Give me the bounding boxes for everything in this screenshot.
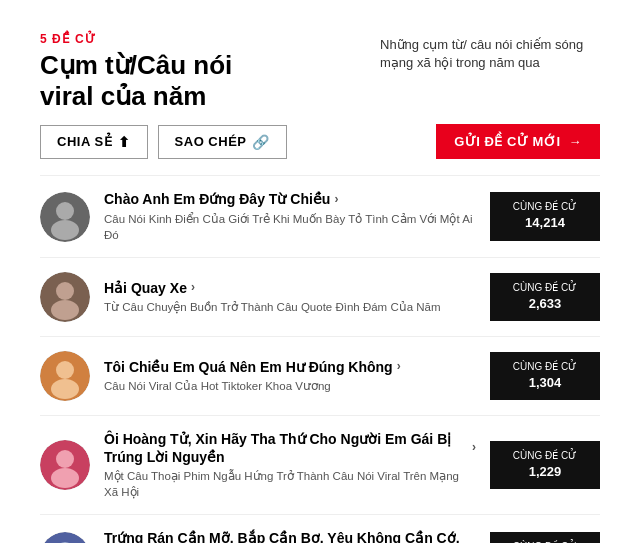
nominee-item[interactable]: Trứng Rán Cần Mỡ, Bắp Cần Bơ, Yêu Không … — [40, 515, 600, 543]
avatar — [40, 440, 90, 490]
nominee-item[interactable]: Ôi Hoàng Tử, Xin Hãy Tha Thứ Cho Người E… — [40, 416, 600, 516]
copy-button[interactable]: SAO CHÉP 🔗 — [158, 125, 287, 159]
avatar — [40, 192, 90, 242]
vote-button[interactable]: CÙNG ĐỀ CỬ 14,214 — [490, 192, 600, 240]
vote-count: 1,304 — [502, 374, 588, 392]
copy-label: SAO CHÉP — [175, 134, 247, 149]
nominee-list: Chào Anh Em Đứng Đây Từ Chiều › Câu Nói … — [20, 176, 620, 543]
nominee-description: Câu Nói Viral Của Hot Tiktoker Khoa Vươn… — [104, 378, 476, 394]
svg-point-1 — [56, 202, 74, 220]
link-icon: 🔗 — [252, 134, 270, 150]
chevron-icon: › — [472, 440, 476, 456]
svg-point-5 — [51, 300, 79, 320]
nominee-content: Hải Quay Xe › Từ Câu Chuyện Buồn Trở Thà… — [104, 279, 476, 315]
page-title: Cụm từ/Câu nói viral của năm — [40, 50, 360, 112]
vote-label: CÙNG ĐỀ CỬ — [502, 360, 588, 374]
nominee-content: Ôi Hoàng Tử, Xin Hãy Tha Thứ Cho Người E… — [104, 430, 476, 501]
nominee-item[interactable]: Chào Anh Em Đứng Đây Từ Chiều › Câu Nói … — [40, 176, 600, 257]
nominee-description: Câu Nói Kinh Điển Của Giới Trẻ Khi Muốn … — [104, 211, 476, 243]
nominee-item[interactable]: Tôi Chiều Em Quá Nên Em Hư Đúng Không › … — [40, 337, 600, 416]
svg-point-2 — [51, 220, 79, 240]
vote-button[interactable]: CÙNG ĐỀ CỬ 1,229 — [490, 441, 600, 489]
svg-point-12 — [40, 532, 90, 543]
avatar — [40, 272, 90, 322]
submit-button[interactable]: GỬI ĐỀ CỬ MỚI → — [436, 124, 600, 159]
svg-point-8 — [51, 379, 79, 399]
svg-point-7 — [56, 361, 74, 379]
submit-label: GỬI ĐỀ CỬ MỚI — [454, 134, 560, 149]
nominee-description: Từ Câu Chuyện Buồn Trở Thành Câu Quote Đ… — [104, 299, 476, 315]
svg-point-4 — [56, 282, 74, 300]
vote-count: 14,214 — [502, 214, 588, 232]
chevron-icon: › — [334, 192, 338, 208]
nominee-content: Trứng Rán Cần Mỡ, Bắp Cần Bơ, Yêu Không … — [104, 529, 476, 543]
nominee-name: Ôi Hoàng Tử, Xin Hãy Tha Thứ Cho Người E… — [104, 430, 476, 466]
svg-point-10 — [56, 450, 74, 468]
avatar — [40, 351, 90, 401]
chevron-icon: › — [397, 359, 401, 375]
vote-count: 2,633 — [502, 295, 588, 313]
vote-label: CÙNG ĐỀ CỬ — [502, 449, 588, 463]
category-label: 5 ĐỀ CỬ — [40, 32, 360, 46]
nominee-name: Hải Quay Xe › — [104, 279, 476, 297]
nominee-item[interactable]: Hải Quay Xe › Từ Câu Chuyện Buồn Trở Thà… — [40, 258, 600, 337]
vote-label: CÙNG ĐỀ CỬ — [502, 281, 588, 295]
vote-button[interactable]: CÙNG ĐỀ CỬ 2,633 — [490, 273, 600, 321]
vote-button[interactable]: CÙNG ĐỀ CỬ 1,304 — [490, 352, 600, 400]
nominee-content: Chào Anh Em Đứng Đây Từ Chiều › Câu Nói … — [104, 190, 476, 242]
share-label: CHIA SẺ — [57, 134, 112, 149]
svg-point-11 — [51, 468, 79, 488]
nominee-name: Tôi Chiều Em Quá Nên Em Hư Đúng Không › — [104, 358, 476, 376]
nominee-description: Một Câu Thoại Phim Ngẫu Hứng Trở Thành C… — [104, 468, 476, 500]
arrow-icon: → — [569, 134, 583, 149]
avatar — [40, 532, 90, 543]
share-icon: ⬆ — [118, 134, 131, 150]
vote-count: 1,229 — [502, 463, 588, 481]
page-description: Những cụm từ/ câu nói chiếm sóng mạng xã… — [380, 36, 600, 72]
vote-label: CÙNG ĐỀ CỬ — [502, 200, 588, 214]
nominee-name: Chào Anh Em Đứng Đây Từ Chiều › — [104, 190, 476, 208]
share-button[interactable]: CHIA SẺ ⬆ — [40, 125, 148, 159]
nominee-content: Tôi Chiều Em Quá Nên Em Hư Đúng Không › … — [104, 358, 476, 394]
vote-button[interactable]: CÙNG ĐỀ CỬ 828 — [490, 532, 600, 543]
chevron-icon: › — [191, 280, 195, 296]
nominee-name: Trứng Rán Cần Mỡ, Bắp Cần Bơ, Yêu Không … — [104, 529, 476, 543]
